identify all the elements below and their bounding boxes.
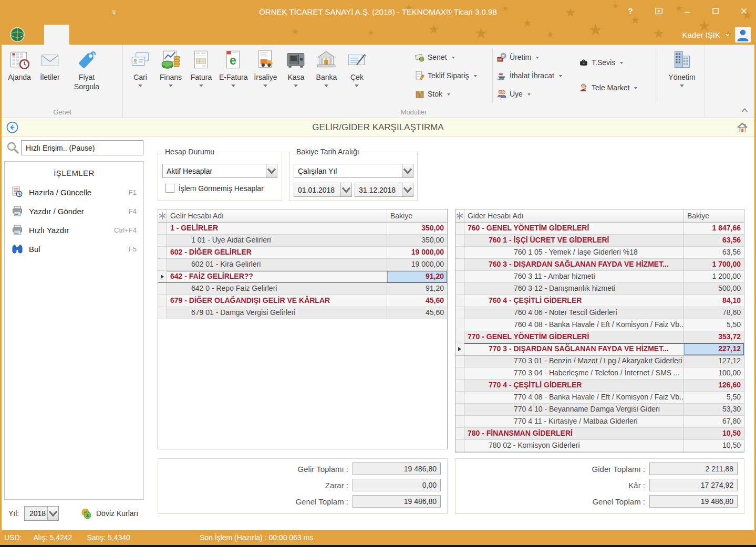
minimize-button[interactable] <box>682 6 692 16</box>
date-from-select[interactable]: 01.01.2018 <box>294 183 352 197</box>
working-year-select[interactable]: Çalışılan Yıl <box>294 164 413 178</box>
table-row[interactable]: 770 4 10 - Beyanname Damga Vergisi Gider… <box>455 404 744 416</box>
operation-item[interactable]: Hazırla / Güncelle F1 <box>5 183 143 202</box>
table-row[interactable]: 760 4 - ÇEŞİTLİ GİDERLER 84,10 <box>455 295 744 307</box>
ribbon-button[interactable]: Fiyat Sorgula <box>65 47 108 91</box>
row-indicator <box>455 380 464 391</box>
currency-rates-link[interactable]: Döviz Kurları <box>96 509 138 518</box>
account-name: 602 01 - Kira Gelirleri <box>167 259 387 270</box>
close-button[interactable] <box>739 6 749 16</box>
column-header-name[interactable]: Gider Hesabı Adı <box>464 209 683 222</box>
account-status-select[interactable]: Aktif Hesaplar <box>162 164 277 178</box>
maximize-button[interactable] <box>711 6 720 16</box>
ribbon-button[interactable]: Finans <box>156 47 186 89</box>
ribbon-display-button[interactable] <box>654 6 664 16</box>
quick-access-icon[interactable] <box>61 7 73 18</box>
ribbon-small-item[interactable]: T.Sevis <box>579 56 656 69</box>
table-row[interactable]: 679 01 - Damga Vergisi Gelirleri 45,60 <box>158 307 447 319</box>
date-to-select[interactable]: 31.12.2018 <box>355 183 413 197</box>
ribbon-group-label: Modüller <box>123 108 705 116</box>
untouched-accounts-checkbox[interactable]: İşlem Görmemiş Hesaplar <box>165 184 264 193</box>
grid-asterisk-icon[interactable] <box>455 209 464 222</box>
account-name: 770 4 11 - Kırtasiye / Matbaa Giderleri <box>464 416 683 427</box>
column-header-balance[interactable]: Bakiye <box>683 209 744 222</box>
column-header-name[interactable]: Gelir Hesabı Adı <box>167 209 387 222</box>
user-menu-chevron-down-icon[interactable] <box>725 32 730 37</box>
ribbon-small-item[interactable]: Tele Market <box>579 81 656 94</box>
ribbon-small-item[interactable]: İthalat İhracat <box>497 69 577 82</box>
user-name[interactable]: Kader IŞIK <box>682 30 720 39</box>
home-button[interactable] <box>736 121 749 134</box>
balance-date-range-groupbox: Bakiye Tarih Aralığı Çalışılan Yıl 01.01… <box>289 152 418 201</box>
ribbon-small-item[interactable]: Stok <box>415 88 492 100</box>
table-row[interactable]: 770 4 11 - Kırtasiye / Matbaa Giderleri … <box>455 416 744 428</box>
tab-row: Kader IŞIK <box>0 25 756 45</box>
tab[interactable] <box>44 25 69 45</box>
table-row[interactable]: 760 1 05 - Yemek / İaşe Giderleri %18 63… <box>455 247 744 259</box>
table-row[interactable]: 770 4 - ÇEŞİTLİ GİDERLER 126,60 <box>455 380 744 392</box>
table-row[interactable]: 770 - GENEL YÖNETİM GİDERLERİ 353,72 <box>455 331 744 343</box>
chevron-down-icon[interactable] <box>47 507 58 520</box>
quick-access-icon[interactable] <box>80 7 91 18</box>
table-row[interactable]: 760 3 12 - Danışmanlık hizmeti 500,00 <box>455 283 744 295</box>
ribbon-small-item[interactable]: Üye <box>497 88 577 100</box>
table-row[interactable]: 770 4 08 - Banka Havale / Eft / Komisyon… <box>455 392 744 404</box>
table-row[interactable]: 1 - GELİRLER 350,00 <box>158 223 447 235</box>
ribbon-button[interactable]: Kasa <box>281 47 311 89</box>
grid-asterisk-icon[interactable] <box>158 209 167 222</box>
quick-search-input[interactable] <box>21 140 143 155</box>
table-row[interactable]: 780 02 - Komisyon Giderleri 10,50 <box>455 440 744 452</box>
contact-cards-icon <box>129 49 151 71</box>
row-indicator <box>158 247 167 258</box>
operations-panel-title: İŞLEMLER <box>5 162 143 183</box>
operation-item[interactable]: Hızlı Yazdır Ctrl+F4 <box>5 220 143 239</box>
tab[interactable] <box>95 25 120 45</box>
column-header-balance[interactable]: Bakiye <box>387 209 447 222</box>
operation-item[interactable]: Bul F5 <box>5 239 143 258</box>
ribbon-small-item[interactable]: Teklif Sipariş <box>415 69 492 82</box>
table-row[interactable]: 760 4 06 - Noter Tescil Giderleri 78,60 <box>455 307 744 319</box>
operation-item[interactable]: Yazdır / Gönder F4 <box>5 202 143 220</box>
ribbon-button[interactable]: Ajanda <box>4 47 35 91</box>
table-row[interactable]: 642 - FAİZ GELİRLER?? 91,20 <box>158 271 447 283</box>
table-row[interactable]: 770 3 01 - Benzin / Mazot / Lpg / Akarya… <box>455 355 744 367</box>
table-row[interactable]: 760 3 - DIŞARDAN SAĞLANAN FAYDA VE HİZME… <box>455 259 744 271</box>
chevron-down-icon[interactable] <box>266 164 277 177</box>
ribbon-button[interactable]: e E-Fatura <box>216 47 250 89</box>
year-select[interactable]: 2018 <box>24 506 59 521</box>
chevron-down-icon[interactable] <box>340 183 351 196</box>
table-row[interactable]: 679 - DİĞER OLAĞANDIŞI GELİR VE KÂRLAR 4… <box>158 295 447 307</box>
dropdown-arrow-icon <box>474 75 477 79</box>
table-row[interactable]: 760 1 - İŞÇİ ÜCRET VE GİDERLERİ 63,56 <box>455 235 744 247</box>
dropdown-arrow-icon <box>294 85 298 89</box>
ribbon-button[interactable]: Çek <box>341 47 372 89</box>
table-row[interactable]: 770 3 - DIŞARDAN SAĞLANAN FAYDA VE HİZME… <box>455 343 744 355</box>
ribbon-small-item[interactable]: Senet <box>415 51 492 64</box>
ribbon-button[interactable]: Cari <box>125 47 156 89</box>
table-row[interactable]: 770 3 04 - Haberleşme / Telefon / İntern… <box>455 367 744 380</box>
chevron-down-icon[interactable] <box>402 164 413 177</box>
collapse-ribbon-button[interactable] <box>741 107 749 114</box>
user-avatar-icon[interactable] <box>735 27 751 43</box>
quick-access-icon[interactable] <box>6 7 18 18</box>
ribbon-button[interactable]: İletiler <box>35 47 65 91</box>
ribbon-button-yonetim[interactable]: Yönetim <box>660 47 704 89</box>
chevron-down-icon[interactable] <box>402 183 413 196</box>
table-row[interactable]: 602 - DİĞER GELİRLER 19 000,00 <box>158 247 447 259</box>
table-row[interactable]: 760 - GENEL YÖNETİM GİDERLERİ 1 847,66 <box>455 223 744 235</box>
table-row[interactable]: 1 01 - Üye Aidat Gelirleri 350,00 <box>158 235 447 247</box>
help-button[interactable]: ? <box>626 6 635 16</box>
table-row[interactable]: 760 3 11 - Ambar hizmeti 1 200,00 <box>455 271 744 283</box>
table-row[interactable]: 642 0 - Repo Faiz Gelirleri 91,20 <box>158 283 447 295</box>
table-row[interactable]: 760 4 08 - Banka Havale / Eft / Komisyon… <box>455 319 744 331</box>
ribbon-button[interactable]: İrsaliye <box>250 47 281 89</box>
tab[interactable] <box>69 25 95 45</box>
table-row[interactable]: 602 01 - Kira Gelirleri 19 000,00 <box>158 259 447 271</box>
ribbon-button[interactable]: Fatura <box>186 47 216 89</box>
quick-access-icon[interactable] <box>25 7 36 18</box>
quick-access-icon[interactable] <box>43 7 55 18</box>
ribbon-small-item[interactable]: Üretim <box>497 51 577 64</box>
ribbon-button[interactable]: Banka <box>311 47 341 89</box>
table-row[interactable]: 780 - FİNANSMAN GİDERLERİ 10,50 <box>455 428 744 440</box>
checkbox-box[interactable] <box>165 184 174 193</box>
